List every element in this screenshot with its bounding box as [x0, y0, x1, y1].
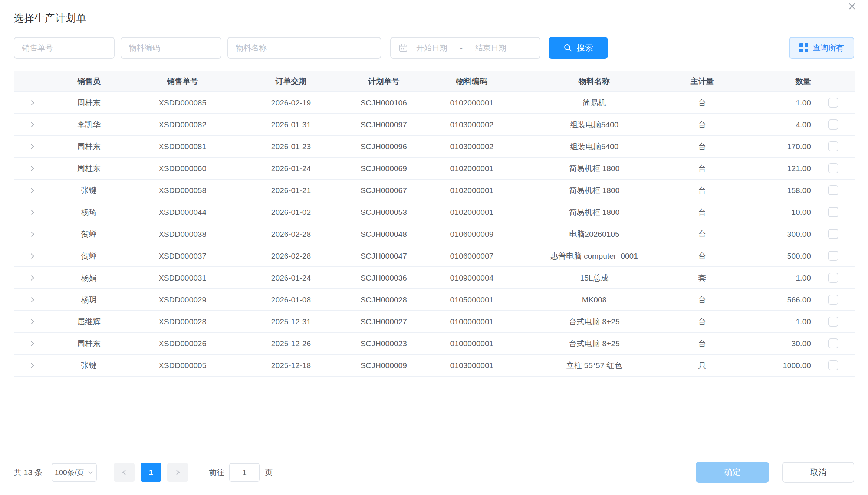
table-row[interactable]: 贺蝉 XSDD000037 2026-02-28 SCJH000047 0106…	[14, 245, 855, 267]
cell-delivery-date: 2026-02-19	[238, 92, 344, 114]
row-checkbox[interactable]	[828, 163, 838, 173]
table-row[interactable]: 张键 XSDD000005 2025-12-18 SCJH000009 0103…	[14, 354, 855, 376]
cell-checkbox	[812, 157, 855, 179]
expand-row-button[interactable]	[26, 119, 38, 131]
cell-delivery-date: 2026-02-28	[238, 245, 344, 267]
cell-delivery-date: 2026-02-28	[238, 223, 344, 245]
cell-unit: 台	[668, 135, 736, 157]
cell-material-name: 立柱 55*57 红色	[520, 354, 668, 376]
expand-row-button[interactable]	[26, 228, 38, 240]
row-checkbox[interactable]	[828, 295, 838, 305]
row-checkbox[interactable]	[828, 98, 838, 108]
table-row[interactable]: 李凯华 XSDD000082 2026-01-31 SCJH000097 010…	[14, 114, 855, 135]
row-checkbox[interactable]	[828, 141, 838, 151]
cell-delivery-date: 2025-12-26	[238, 332, 344, 354]
cancel-button[interactable]: 取消	[782, 462, 854, 483]
cell-salesperson: 张键	[51, 354, 127, 376]
expand-row-button[interactable]	[26, 141, 38, 153]
goto-page-input[interactable]	[229, 463, 260, 482]
expand-row-button[interactable]	[26, 338, 38, 350]
cell-unit: 台	[668, 332, 736, 354]
cell-checkbox	[812, 201, 855, 223]
cell-expand	[14, 92, 51, 114]
next-page-button[interactable]	[167, 463, 188, 482]
cell-quantity: 1.00	[736, 311, 812, 332]
row-checkbox[interactable]	[828, 317, 838, 327]
cell-expand	[14, 267, 51, 289]
table-row[interactable]: 杨琦 XSDD000044 2026-01-02 SCJH000053 0102…	[14, 201, 855, 223]
table-row[interactable]: 贺蝉 XSDD000038 2026-02-28 SCJH000048 0106…	[14, 223, 855, 245]
cell-quantity: 30.00	[736, 332, 812, 354]
row-checkbox[interactable]	[828, 185, 838, 195]
table-row[interactable]: 杨娟 XSDD000031 2026-01-24 SCJH000036 0109…	[14, 267, 855, 289]
cell-material-code: 0102000001	[424, 179, 520, 201]
close-button[interactable]	[843, 0, 861, 15]
row-checkbox[interactable]	[828, 251, 838, 261]
cell-salesperson: 周桂东	[51, 135, 127, 157]
cell-checkbox	[812, 245, 855, 267]
cell-material-code: 0106000009	[424, 223, 520, 245]
chevron-right-icon	[29, 296, 36, 304]
table-row[interactable]: 周桂东 XSDD000060 2026-01-24 SCJH000069 010…	[14, 157, 855, 179]
cell-unit: 只	[668, 354, 736, 376]
sales-order-input[interactable]	[14, 37, 115, 59]
table-row[interactable]: 周桂东 XSDD000081 2026-01-23 SCJH000096 010…	[14, 135, 855, 157]
cell-expand	[14, 354, 51, 376]
expand-row-button[interactable]	[26, 294, 38, 306]
expand-row-button[interactable]	[26, 184, 38, 196]
cell-expand	[14, 179, 51, 201]
page-size-select[interactable]: 100条/页	[52, 463, 97, 482]
expand-row-button[interactable]	[26, 97, 38, 109]
dialog-header: 选择生产计划单	[14, 0, 854, 27]
cell-quantity: 121.00	[736, 157, 812, 179]
cell-expand	[14, 311, 51, 332]
prev-page-button[interactable]	[114, 463, 135, 482]
cell-material-code: 0100000001	[424, 311, 520, 332]
table-row[interactable]: 周桂东 XSDD000085 2026-02-19 SCJH000106 010…	[14, 92, 855, 114]
material-name-input[interactable]	[227, 37, 381, 59]
table-row[interactable]: 杨玥 XSDD000029 2026-01-08 SCJH000028 0105…	[14, 289, 855, 311]
cell-material-code: 0106000007	[424, 245, 520, 267]
table-header: 销售员 销售单号 订单交期 计划单号 物料编码 物料名称 主计量 数量	[14, 71, 855, 92]
row-checkbox[interactable]	[828, 338, 838, 348]
cell-salesperson: 贺蝉	[51, 245, 127, 267]
date-range-picker[interactable]: 开始日期 - 结束日期	[390, 37, 540, 59]
chevron-right-icon	[29, 362, 36, 369]
search-button[interactable]: 搜索	[549, 37, 608, 59]
material-code-input[interactable]	[121, 37, 221, 59]
cell-unit: 台	[668, 201, 736, 223]
header-material-name: 物料名称	[520, 71, 668, 92]
plan-table: 销售员 销售单号 订单交期 计划单号 物料编码 物料名称 主计量 数量	[14, 71, 854, 377]
cell-material-code: 0102000001	[424, 157, 520, 179]
close-icon	[846, 1, 858, 12]
row-checkbox[interactable]	[828, 273, 838, 283]
query-all-button[interactable]: 查询所有	[789, 37, 854, 59]
expand-row-button[interactable]	[26, 316, 38, 328]
cell-expand	[14, 157, 51, 179]
table-row[interactable]: 屈继辉 XSDD000028 2025-12-31 SCJH000027 010…	[14, 311, 855, 332]
header-unit: 主计量	[668, 71, 736, 92]
expand-row-button[interactable]	[26, 206, 38, 218]
header-delivery-date: 订单交期	[238, 71, 344, 92]
chevron-left-icon	[121, 469, 128, 476]
search-button-label: 搜索	[577, 42, 593, 53]
current-page-button[interactable]: 1	[141, 463, 161, 482]
expand-row-button[interactable]	[26, 272, 38, 284]
table-row[interactable]: 张键 XSDD000058 2026-01-21 SCJH000067 0102…	[14, 179, 855, 201]
row-checkbox[interactable]	[828, 207, 838, 217]
row-checkbox[interactable]	[828, 229, 838, 239]
row-checkbox[interactable]	[828, 360, 838, 370]
cell-sales-order-no: XSDD000082	[127, 114, 238, 135]
expand-row-button[interactable]	[26, 163, 38, 174]
end-date-placeholder: 结束日期	[475, 43, 506, 53]
cell-sales-order-no: XSDD000037	[127, 245, 238, 267]
cell-sales-order-no: XSDD000029	[127, 289, 238, 311]
dialog-footer: 共 13 条 100条/页 1 前往 页	[14, 461, 854, 483]
table-row[interactable]: 周桂东 XSDD000026 2025-12-26 SCJH000023 010…	[14, 332, 855, 354]
cell-quantity: 1.00	[736, 267, 812, 289]
row-checkbox[interactable]	[828, 119, 838, 130]
expand-row-button[interactable]	[26, 360, 38, 371]
cell-expand	[14, 223, 51, 245]
expand-row-button[interactable]	[26, 250, 38, 262]
confirm-button[interactable]: 确定	[696, 462, 769, 483]
